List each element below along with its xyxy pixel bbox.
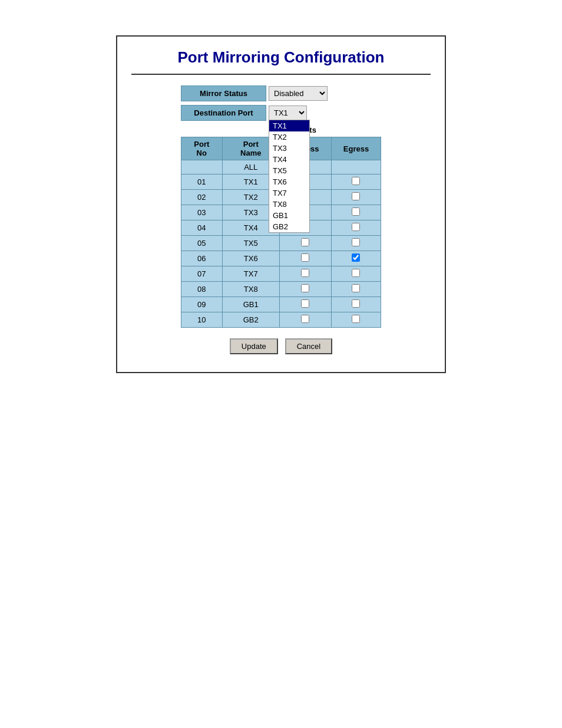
table-row: 06TX6 bbox=[181, 251, 381, 266]
table-row: 07TX7 bbox=[181, 266, 381, 282]
ingress-cell[interactable] bbox=[279, 282, 331, 297]
dropdown-item-tx4[interactable]: TX4 bbox=[269, 154, 309, 165]
dropdown-item-tx6[interactable]: TX6 bbox=[269, 176, 309, 187]
port-no-cell: 03 bbox=[181, 205, 223, 220]
buttons-row: Update Cancel bbox=[131, 338, 431, 354]
dropdown-item-gb1[interactable]: GB1 bbox=[269, 210, 309, 221]
col-header-egress: Egress bbox=[331, 137, 381, 160]
table-row: 10GB2 bbox=[181, 312, 381, 328]
egress-cell[interactable] bbox=[331, 297, 381, 312]
ingress-checkbox[interactable] bbox=[301, 284, 309, 292]
config-table: Mirror Status Disabled Enabled Destinati… bbox=[181, 85, 381, 328]
destination-port-dropdown[interactable]: TX1 TX2 TX3 TX4 TX5 TX6 TX7 TX8 GB1 GB2 bbox=[269, 120, 310, 233]
mirror-status-value: Disabled Enabled bbox=[269, 86, 328, 101]
port-name-cell: TX5 bbox=[222, 236, 279, 251]
page-title: Port Mirroring Configuration bbox=[131, 48, 431, 75]
port-no-cell bbox=[181, 160, 223, 174]
egress-checkbox[interactable] bbox=[352, 269, 360, 277]
destination-port-value: TX1 TX2 TX3 TX4 TX5 TX6 TX7 TX8 GB1 GB2 … bbox=[269, 106, 307, 120]
table-row: 05TX5 bbox=[181, 236, 381, 251]
egress-cell[interactable] bbox=[331, 251, 381, 266]
egress-checkbox[interactable] bbox=[352, 177, 360, 185]
egress-cell[interactable] bbox=[331, 190, 381, 205]
table-row: 09GB1 bbox=[181, 297, 381, 312]
egress-checkbox[interactable] bbox=[352, 207, 360, 216]
port-no-cell: 08 bbox=[181, 282, 223, 297]
dropdown-item-tx3[interactable]: TX3 bbox=[269, 143, 309, 154]
port-no-cell: 02 bbox=[181, 190, 223, 205]
ingress-checkbox[interactable] bbox=[301, 299, 309, 308]
main-panel: Port Mirroring Configuration Mirror Stat… bbox=[116, 35, 446, 373]
ingress-cell[interactable] bbox=[279, 266, 331, 282]
egress-checkbox[interactable] bbox=[352, 253, 360, 262]
mirror-status-select[interactable]: Disabled Enabled bbox=[269, 86, 328, 101]
ingress-cell[interactable] bbox=[279, 312, 331, 328]
ingress-cell[interactable] bbox=[279, 251, 331, 266]
dropdown-item-tx5[interactable]: TX5 bbox=[269, 165, 309, 176]
egress-checkbox[interactable] bbox=[352, 299, 360, 308]
mirror-status-label: Mirror Status bbox=[181, 85, 266, 101]
egress-cell[interactable] bbox=[331, 266, 381, 282]
ingress-cell[interactable] bbox=[279, 236, 331, 251]
destination-port-row: Destination Port TX1 TX2 TX3 TX4 TX5 TX6… bbox=[181, 105, 381, 121]
destination-port-select[interactable]: TX1 TX2 TX3 TX4 TX5 TX6 TX7 TX8 GB1 GB2 bbox=[269, 106, 307, 120]
port-no-cell: 09 bbox=[181, 297, 223, 312]
cancel-button[interactable]: Cancel bbox=[285, 338, 332, 354]
destination-port-label: Destination Port bbox=[181, 105, 266, 121]
dropdown-item-tx8[interactable]: TX8 bbox=[269, 199, 309, 210]
dropdown-item-tx1[interactable]: TX1 bbox=[269, 120, 309, 131]
port-name-cell: GB1 bbox=[222, 297, 279, 312]
update-button[interactable]: Update bbox=[230, 338, 278, 354]
egress-checkbox[interactable] bbox=[352, 284, 360, 292]
port-name-cell: TX7 bbox=[222, 266, 279, 282]
port-no-cell: 05 bbox=[181, 236, 223, 251]
egress-cell[interactable] bbox=[331, 236, 381, 251]
dropdown-item-tx2[interactable]: TX2 bbox=[269, 131, 309, 143]
port-no-cell: 06 bbox=[181, 251, 223, 266]
egress-cell[interactable] bbox=[331, 312, 381, 328]
egress-cell[interactable] bbox=[331, 160, 381, 174]
ingress-checkbox[interactable] bbox=[301, 315, 309, 323]
port-no-cell: 04 bbox=[181, 220, 223, 236]
ingress-checkbox[interactable] bbox=[301, 269, 309, 277]
egress-checkbox[interactable] bbox=[352, 223, 360, 231]
port-name-cell: TX6 bbox=[222, 251, 279, 266]
egress-checkbox[interactable] bbox=[352, 315, 360, 323]
egress-cell[interactable] bbox=[331, 282, 381, 297]
table-row: 08TX8 bbox=[181, 282, 381, 297]
egress-cell[interactable] bbox=[331, 220, 381, 236]
dropdown-item-gb2[interactable]: GB2 bbox=[269, 221, 309, 232]
ingress-checkbox[interactable] bbox=[301, 238, 309, 246]
egress-checkbox[interactable] bbox=[352, 192, 360, 200]
port-no-cell: 07 bbox=[181, 266, 223, 282]
egress-cell[interactable] bbox=[331, 205, 381, 220]
egress-checkbox[interactable] bbox=[352, 238, 360, 246]
port-name-cell: TX8 bbox=[222, 282, 279, 297]
ingress-cell[interactable] bbox=[279, 297, 331, 312]
port-no-cell: 01 bbox=[181, 174, 223, 190]
egress-cell[interactable] bbox=[331, 174, 381, 190]
port-name-cell: GB2 bbox=[222, 312, 279, 328]
mirror-status-row: Mirror Status Disabled Enabled bbox=[181, 85, 381, 101]
ingress-checkbox[interactable] bbox=[301, 253, 309, 262]
dropdown-item-tx7[interactable]: TX7 bbox=[269, 187, 309, 199]
port-no-cell: 10 bbox=[181, 312, 223, 328]
col-header-port-no: PortNo bbox=[181, 137, 223, 160]
